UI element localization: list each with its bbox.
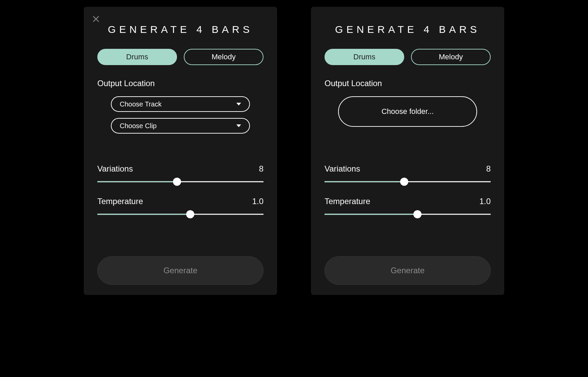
- close-icon[interactable]: [91, 14, 101, 24]
- temperature-block: Temperature 1.0: [325, 197, 491, 219]
- tab-drums[interactable]: Drums: [325, 49, 404, 65]
- caret-down-icon: [236, 103, 241, 105]
- variations-slider[interactable]: [97, 177, 263, 186]
- generate-panel-right: GENERATE 4 BARS Drums Melody Output Loca…: [311, 7, 504, 295]
- tab-drums[interactable]: Drums: [97, 49, 177, 65]
- temperature-slider[interactable]: [97, 210, 263, 219]
- variations-value: 8: [486, 164, 491, 174]
- type-segmented: Drums Melody: [325, 49, 491, 65]
- output-area: Choose folder...: [325, 96, 491, 154]
- generate-button[interactable]: Generate: [97, 256, 263, 285]
- tab-melody[interactable]: Melody: [411, 49, 491, 65]
- output-area: Choose Track Choose Clip: [97, 96, 263, 154]
- output-location-label: Output Location: [325, 79, 491, 88]
- variations-block: Variations 8: [97, 164, 263, 186]
- temperature-label: Temperature: [97, 197, 143, 206]
- type-segmented: Drums Melody: [97, 49, 263, 65]
- caret-down-icon: [236, 124, 241, 127]
- temperature-slider[interactable]: [325, 210, 491, 219]
- temperature-block: Temperature 1.0: [97, 197, 263, 219]
- variations-label: Variations: [325, 164, 360, 174]
- generate-panel-left: GENERATE 4 BARS Drums Melody Output Loca…: [84, 7, 277, 295]
- temperature-label: Temperature: [325, 197, 370, 206]
- temperature-value: 1.0: [252, 197, 263, 206]
- variations-label: Variations: [97, 164, 133, 174]
- choose-folder-button[interactable]: Choose folder...: [338, 96, 477, 127]
- panel-title: GENERATE 4 BARS: [97, 24, 263, 35]
- variations-block: Variations 8: [325, 164, 491, 186]
- output-location-label: Output Location: [97, 79, 263, 88]
- temperature-value: 1.0: [479, 197, 491, 206]
- variations-value: 8: [259, 164, 263, 174]
- tab-melody[interactable]: Melody: [184, 49, 263, 65]
- generate-button[interactable]: Generate: [325, 256, 491, 285]
- choose-clip-dropdown[interactable]: Choose Clip: [111, 118, 250, 134]
- choose-track-dropdown[interactable]: Choose Track: [111, 96, 250, 112]
- variations-slider[interactable]: [325, 177, 491, 186]
- choose-clip-label: Choose Clip: [120, 122, 157, 130]
- panel-title: GENERATE 4 BARS: [325, 24, 491, 35]
- choose-track-label: Choose Track: [120, 100, 161, 108]
